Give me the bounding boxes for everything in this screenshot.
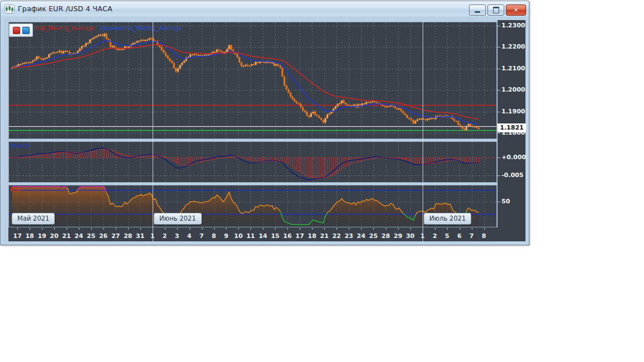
time-tick: [349, 228, 349, 230]
macd-tick: +0.000: [501, 154, 527, 161]
price-tick: 1.1900: [501, 108, 527, 116]
time-tick: [42, 228, 42, 230]
time-label: 31: [136, 232, 144, 240]
time-label: 21: [62, 232, 70, 240]
red-indicator-button[interactable]: [13, 27, 20, 34]
time-label: 22: [332, 232, 340, 240]
price-tick: 1.2000: [501, 86, 527, 94]
time-label: 2: [433, 232, 437, 240]
time-tick: [140, 228, 141, 230]
time-tick: [177, 228, 178, 230]
time-label: 9: [224, 232, 229, 240]
time-label: 25: [87, 232, 95, 240]
time-tick: [373, 228, 374, 230]
time-label: 24: [357, 232, 365, 240]
time-tick: [226, 228, 226, 230]
month-separator: [423, 22, 423, 241]
time-tick: [287, 228, 288, 230]
time-label: 18: [308, 232, 316, 240]
time-tick: [361, 228, 362, 230]
time-label: 28: [124, 232, 132, 240]
time-label: 30: [406, 232, 414, 240]
price-tick: 1.2200: [501, 43, 527, 51]
macd-canvas[interactable]: [9, 142, 496, 182]
time-tick: [312, 228, 312, 230]
time-label: 15: [271, 232, 280, 240]
time-label: 26: [99, 232, 107, 240]
macd-tick: -0.005: [501, 172, 527, 179]
time-label: 29: [394, 232, 402, 240]
time-tick: [484, 228, 485, 230]
screen: { "window": { "title": "График EUR /USD …: [0, 0, 644, 362]
time-tick: [165, 228, 165, 230]
time-tick: [17, 228, 18, 230]
time-tick: [410, 228, 411, 230]
current-price-tag: 1.1821: [498, 123, 526, 132]
time-tick: [30, 228, 30, 230]
time-tick: [79, 228, 79, 230]
time-tick: [190, 228, 190, 230]
month-label: Июль 2021: [424, 213, 471, 225]
time-tick: [447, 228, 448, 230]
time-label: 11: [247, 232, 255, 240]
time-tick: [460, 228, 460, 230]
chart-window: График EUR /USD 4 ЧАСА ✕ Exponential_Mov…: [0, 1, 529, 245]
rsi-tick: 50: [501, 198, 527, 206]
time-label: 2: [163, 232, 167, 240]
time-label: 20: [50, 232, 58, 240]
time-label: 8: [482, 232, 486, 240]
time-tick: [435, 228, 435, 230]
time-tick: [300, 228, 300, 230]
time-label: 3: [175, 232, 179, 240]
time-tick: [324, 228, 325, 230]
ma-blue-label: Exponential_Moving_Average: [100, 25, 182, 31]
time-tick: [214, 228, 215, 230]
price-tick: 1.2100: [501, 65, 527, 73]
window-title: График EUR /USD 4 ЧАСА: [18, 4, 112, 13]
time-label: 18: [25, 232, 34, 240]
main-chart-canvas[interactable]: [9, 22, 496, 139]
time-label: 24: [74, 232, 83, 240]
maximize-icon: [493, 7, 499, 13]
time-label: 28: [381, 232, 390, 240]
time-tick: [275, 228, 276, 230]
time-label: 27: [111, 232, 120, 240]
time-tick: [238, 228, 239, 230]
macd-label: MACD: [10, 142, 30, 149]
rsi-label: RSI: [10, 186, 21, 193]
candlestick-chart-icon: [4, 4, 15, 13]
month-separator: [153, 22, 153, 241]
price-tick: 1.2300: [501, 22, 527, 30]
time-label: 23: [344, 232, 353, 240]
indicator-legend: Exponential_Moving_Average Exponential_M…: [13, 25, 182, 31]
time-label: 7: [470, 232, 474, 240]
close-icon: ✕: [513, 7, 518, 13]
minimize-button[interactable]: [469, 4, 486, 16]
blue-indicator-button[interactable]: [22, 27, 30, 34]
time-label: 19: [37, 232, 46, 240]
time-tick: [250, 228, 251, 230]
maximize-button[interactable]: [487, 4, 504, 16]
time-label: 16: [283, 232, 292, 240]
time-label: 25: [369, 232, 377, 240]
time-label: 10: [234, 232, 243, 240]
indicator-buttons: [9, 23, 33, 37]
time-label: 4: [187, 232, 192, 240]
time-label: 8: [212, 232, 216, 240]
time-tick: [67, 228, 67, 230]
close-button[interactable]: ✕: [506, 4, 526, 16]
time-tick: [398, 228, 399, 230]
time-label: 14: [259, 232, 267, 240]
time-tick: [386, 228, 386, 230]
time-tick: [103, 228, 104, 230]
time-label: 7: [200, 232, 204, 240]
time-tick: [472, 228, 472, 230]
month-label: Май 2021: [12, 213, 55, 225]
time-label: 17: [296, 232, 304, 240]
time-tick: [202, 228, 202, 230]
titlebar[interactable]: График EUR /USD 4 ЧАСА ✕: [1, 1, 529, 16]
time-tick: [54, 228, 55, 230]
time-tick: [263, 228, 263, 230]
chart-area: Exponential_Moving_Average Exponential_M…: [4, 17, 525, 242]
time-tick: [91, 228, 92, 230]
